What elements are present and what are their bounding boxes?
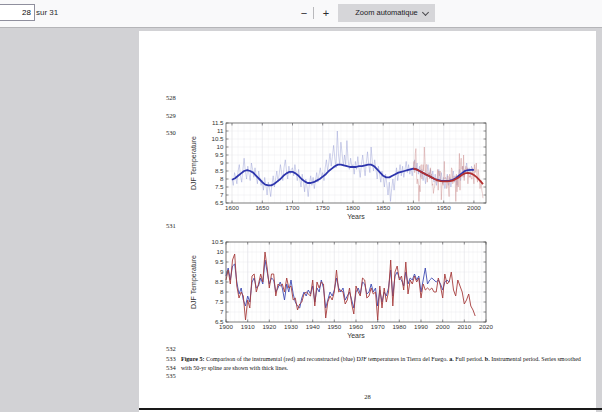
page-number-input[interactable] xyxy=(0,4,35,21)
svg-text:1980: 1980 xyxy=(392,323,406,330)
svg-text:1990: 1990 xyxy=(414,323,428,330)
svg-text:6.5: 6.5 xyxy=(215,318,224,325)
svg-text:10.5: 10.5 xyxy=(211,135,224,142)
svg-text:1960: 1960 xyxy=(349,323,363,330)
svg-text:1910: 1910 xyxy=(241,323,255,330)
svg-text:1600: 1600 xyxy=(225,204,239,211)
svg-text:10: 10 xyxy=(217,248,224,255)
svg-text:9: 9 xyxy=(220,268,224,275)
svg-text:1940: 1940 xyxy=(306,323,320,330)
svg-text:1950: 1950 xyxy=(327,323,341,330)
line-number: 528 xyxy=(166,94,184,101)
svg-text:Years: Years xyxy=(347,332,365,339)
page-footer-number: 28 xyxy=(139,393,596,400)
line-number: 535 xyxy=(166,372,184,379)
svg-text:1920: 1920 xyxy=(262,323,276,330)
zoom-mode-select[interactable]: Zoom automatique xyxy=(338,4,435,22)
svg-text:9.5: 9.5 xyxy=(215,151,224,158)
svg-text:1930: 1930 xyxy=(284,323,298,330)
svg-text:8.5: 8.5 xyxy=(215,278,224,285)
toolbar-separator xyxy=(313,7,314,19)
svg-text:2000: 2000 xyxy=(436,323,450,330)
figure-chart-instrumental-period: 1900191019201930194019501960197019801990… xyxy=(182,238,494,342)
svg-text:1800: 1800 xyxy=(346,204,360,211)
svg-text:11.5: 11.5 xyxy=(212,120,224,126)
svg-text:8: 8 xyxy=(220,288,224,295)
svg-text:1700: 1700 xyxy=(286,204,300,211)
svg-text:2010: 2010 xyxy=(457,323,471,330)
svg-text:7: 7 xyxy=(220,191,224,198)
svg-text:DJF Temperature: DJF Temperature xyxy=(190,136,198,190)
svg-text:8: 8 xyxy=(220,175,224,182)
svg-text:DJF Temperature: DJF Temperature xyxy=(190,255,198,309)
svg-text:9: 9 xyxy=(220,159,224,166)
svg-text:1850: 1850 xyxy=(376,204,390,211)
svg-text:10: 10 xyxy=(217,143,224,150)
zoom-out-button[interactable]: − xyxy=(295,3,313,23)
svg-text:2020: 2020 xyxy=(479,323,493,330)
svg-text:9.5: 9.5 xyxy=(215,258,224,265)
svg-text:7: 7 xyxy=(220,308,224,315)
svg-text:Years: Years xyxy=(347,213,365,220)
chevron-down-icon xyxy=(422,9,429,16)
bottom-rule xyxy=(139,408,602,410)
svg-text:8.5: 8.5 xyxy=(215,167,224,174)
page-count-label: sur 31 xyxy=(36,8,58,17)
svg-text:1900: 1900 xyxy=(407,204,421,211)
svg-text:11: 11 xyxy=(217,127,224,134)
line-number: 529 xyxy=(166,112,184,119)
pdf-page: 528 529 530 531 532 533 534 535 16001650… xyxy=(139,31,596,412)
svg-text:6.5: 6.5 xyxy=(215,199,224,206)
figure-caption: Figure 5: Comparison of the instrumental… xyxy=(181,355,583,373)
pdf-viewer-toolbar: sur 31 − + Zoom automatique xyxy=(0,0,602,28)
svg-text:7.5: 7.5 xyxy=(215,183,224,190)
svg-text:7.5: 7.5 xyxy=(215,298,224,305)
pdf-content-area[interactable]: 528 529 530 531 532 533 534 535 16001650… xyxy=(0,28,602,412)
svg-text:10.5: 10.5 xyxy=(211,238,224,245)
svg-text:2000: 2000 xyxy=(467,204,481,211)
zoom-in-button[interactable]: + xyxy=(317,3,335,23)
svg-text:1750: 1750 xyxy=(316,204,330,211)
figure-chart-full-period: 1600165017001750180018501900195020006.57… xyxy=(182,120,494,224)
svg-text:1970: 1970 xyxy=(371,323,385,330)
svg-text:1950: 1950 xyxy=(437,204,451,211)
svg-text:1650: 1650 xyxy=(255,204,269,211)
line-number: 532 xyxy=(166,345,184,352)
zoom-mode-label: Zoom automatique xyxy=(355,8,418,17)
